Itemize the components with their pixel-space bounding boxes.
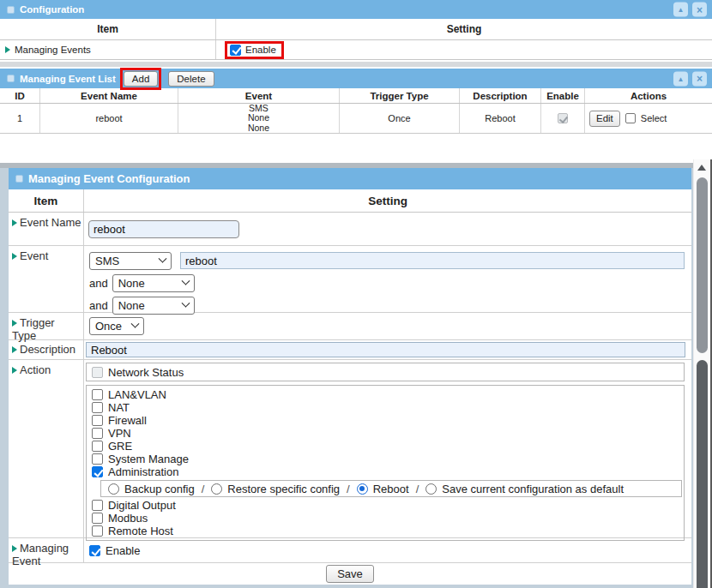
column-id: ID: [0, 88, 40, 103]
event-list-table-header: ID Event Name Event Trigger Type Descrip…: [0, 88, 712, 104]
administration-checkbox[interactable]: [92, 466, 103, 477]
and-label: and: [89, 299, 108, 312]
administration-options-group: Backup config / Restore specific config …: [100, 480, 682, 497]
column-setting: Setting: [216, 19, 712, 39]
configuration-table-header: Item Setting: [9, 189, 691, 213]
event-configuration-panel: Managing Event Configuration Item Settin…: [9, 168, 691, 585]
event-name-row: Event Name reboot: [9, 213, 691, 246]
event-value-input[interactable]: reboot: [180, 252, 685, 269]
event-configuration-header: Managing Event Configuration: [9, 168, 691, 189]
event-and-select-1[interactable]: None: [112, 274, 195, 292]
arrow-up-icon: [697, 165, 706, 171]
nat-checkbox[interactable]: [92, 402, 103, 413]
trigger-type-select[interactable]: Once: [89, 317, 144, 335]
enable-label: Enable: [245, 45, 276, 55]
event-and-select-2[interactable]: None: [112, 297, 195, 315]
scrollbar-up-button[interactable]: [694, 159, 709, 175]
column-item: Item: [9, 189, 84, 212]
digital-output-checkbox[interactable]: [92, 500, 103, 511]
lan-vlan-checkbox[interactable]: [92, 389, 103, 400]
managing-event-list-panel: Managing Event List Add Delete ▲ × ID Ev…: [0, 69, 712, 134]
modbus-checkbox[interactable]: [92, 513, 103, 524]
description-label: Description: [20, 343, 75, 356]
row-select-checkbox[interactable]: [625, 113, 636, 123]
event-name-label: Event Name: [20, 216, 81, 229]
panel-bullet-icon: [15, 175, 23, 183]
reboot-radio[interactable]: [357, 483, 368, 495]
event-row: Event SMS reboot and None and None: [9, 246, 691, 313]
column-enable: Enable: [541, 88, 585, 103]
panel-separator: [0, 62, 712, 67]
chevron-down-icon: [131, 320, 140, 328]
restore-config-radio[interactable]: [211, 483, 222, 495]
select-label: Select: [641, 113, 667, 123]
item-arrow-icon: [12, 545, 17, 552]
cell-trigger-type: Once: [340, 104, 460, 133]
highlight-box-enable: Enable: [225, 41, 284, 59]
remote-host-checkbox[interactable]: [92, 525, 103, 537]
event-label: Event: [20, 249, 48, 262]
item-arrow-icon: [12, 320, 17, 327]
cell-event: SMS None None: [248, 104, 269, 134]
event-configuration-title: Managing Event Configuration: [28, 172, 190, 185]
managing-events-row: Managing Events Enable: [0, 40, 712, 60]
add-button[interactable]: Add: [124, 71, 158, 87]
cell-event-name: reboot: [40, 104, 178, 133]
network-status-label: Network Status: [108, 366, 184, 379]
item-arrow-icon: [12, 219, 17, 226]
collapse-icon[interactable]: ▲: [673, 71, 688, 86]
event-configuration-frame: Managing Event Configuration Item Settin…: [0, 163, 693, 588]
cell-id: 1: [0, 104, 40, 133]
firewall-checkbox[interactable]: [92, 415, 103, 426]
save-default-radio[interactable]: [425, 483, 437, 495]
event-name-input[interactable]: reboot: [88, 220, 239, 238]
page: Configuration ▲ × Item Setting Managing …: [0, 0, 712, 588]
highlight-box-add: Add: [120, 68, 161, 90]
chevron-down-icon: [181, 298, 190, 307]
managing-events-enable-checkbox[interactable]: [230, 45, 241, 56]
backup-config-radio[interactable]: [108, 483, 119, 495]
configuration-title: Configuration: [20, 4, 84, 15]
event-list-title: Managing Event List: [20, 74, 116, 84]
row-enable-checkbox: [558, 113, 568, 123]
edit-button[interactable]: Edit: [589, 111, 620, 127]
scrollbar-thumb-lower[interactable]: [697, 360, 708, 588]
enable-label: Enable: [106, 544, 140, 557]
action-checkbox-group: LAN&VLAN NAT Firewall VPN GRE System Man…: [86, 385, 685, 541]
cell-description: Reboot: [460, 104, 541, 133]
trigger-type-label: Trigger Type: [12, 316, 55, 342]
scrollbar-thumb-upper[interactable]: [697, 177, 708, 353]
column-event: Event: [178, 88, 340, 103]
item-arrow-icon: [12, 346, 17, 353]
save-button[interactable]: Save: [326, 565, 374, 583]
vpn-checkbox[interactable]: [92, 428, 103, 439]
managing-event-row: Managing Event Enable: [9, 538, 691, 563]
configuration-header: Configuration ▲ ×: [0, 0, 712, 19]
description-input[interactable]: Reboot: [86, 342, 685, 357]
trigger-type-row: Trigger Type Once: [9, 313, 691, 340]
chevron-down-icon: [181, 276, 190, 285]
event-type-select[interactable]: SMS: [89, 252, 172, 270]
system-manage-checkbox[interactable]: [92, 453, 103, 465]
network-status-group: Network Status: [86, 363, 685, 381]
gre-checkbox[interactable]: [92, 441, 103, 452]
close-icon[interactable]: ×: [692, 71, 707, 86]
column-setting: Setting: [84, 189, 691, 212]
description-row: Description Reboot: [9, 340, 691, 360]
panel-bullet-icon: [7, 75, 15, 82]
save-row: Save: [9, 563, 691, 585]
close-icon[interactable]: ×: [692, 3, 707, 17]
and-label: and: [89, 277, 108, 290]
column-trigger-type: Trigger Type: [340, 88, 460, 103]
collapse-icon[interactable]: ▲: [673, 3, 688, 17]
chevron-down-icon: [159, 254, 167, 262]
action-row: Action Network Status LAN&VLAN NAT Firew…: [9, 360, 691, 538]
managing-event-enable-checkbox[interactable]: [89, 545, 100, 556]
action-label: Action: [20, 363, 51, 376]
vertical-scrollbar[interactable]: [693, 159, 709, 588]
configuration-panel: Configuration ▲ × Item Setting Managing …: [0, 0, 712, 60]
column-description: Description: [460, 88, 541, 103]
column-item: Item: [0, 19, 216, 39]
managing-events-label: Managing Events: [15, 45, 91, 55]
delete-button[interactable]: Delete: [168, 71, 214, 87]
